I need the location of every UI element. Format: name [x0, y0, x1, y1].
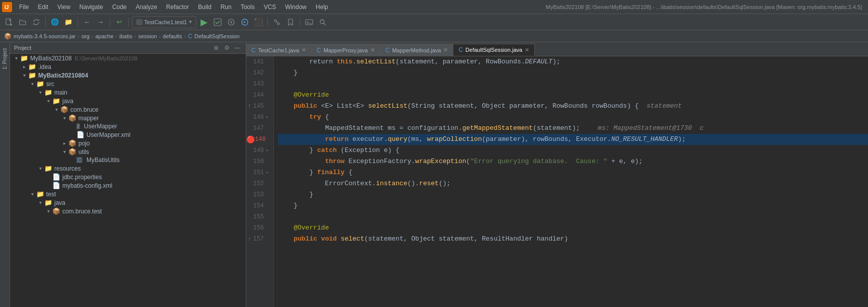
bc-session[interactable]: session: [138, 33, 157, 39]
bookmarks-btn[interactable]: [284, 16, 297, 28]
line-num-156: 156: [253, 224, 265, 232]
gutter-row-146: 146 ▾: [246, 112, 269, 123]
tree-item-com-bruce-test[interactable]: ▾ 📦 com.bruce.test: [10, 207, 246, 215]
menu-code[interactable]: Code: [108, 3, 131, 12]
menu-tools[interactable]: Tools: [237, 3, 259, 12]
tab-testcache1[interactable]: C TestCache1.java ✕: [246, 44, 312, 56]
toolbar-back-btn[interactable]: ←: [81, 16, 93, 28]
toolbar-undo-btn[interactable]: ↩: [113, 16, 125, 28]
code-line-153: }: [278, 189, 868, 200]
menu-help[interactable]: Help: [312, 3, 332, 12]
menu-file[interactable]: File: [15, 3, 33, 12]
tab-close-btn[interactable]: ✕: [370, 47, 375, 53]
expand-arrow: ▾: [60, 115, 68, 121]
bc-defaults[interactable]: defaults: [163, 33, 182, 39]
search-btn[interactable]: [317, 16, 329, 28]
profile-btn[interactable]: [225, 16, 237, 28]
bc-jar[interactable]: mybatis-3.4.5-sources.jar: [14, 33, 76, 39]
code-area[interactable]: 141 142 143: [246, 56, 868, 307]
tree-item-usermapper-xml[interactable]: ▸ 📄 UserMapper.xml: [10, 130, 246, 139]
menu-build[interactable]: Build: [194, 3, 216, 12]
terminal-btn[interactable]: [303, 16, 315, 28]
toolbar-browser-btn[interactable]: 🌐: [49, 16, 61, 28]
toolbar-folder-btn[interactable]: 📁: [62, 16, 74, 28]
toolbar-sep-2: [77, 18, 78, 27]
expand-arrow: ▾: [20, 72, 28, 78]
bc-class[interactable]: DefaultSqlSession: [195, 33, 240, 39]
tree-item-main[interactable]: ▾ 📁 main: [10, 88, 246, 97]
tab-mapperproxy[interactable]: C MapperProxy.java ✕: [312, 44, 380, 56]
tree-item-mapper[interactable]: ▾ 📦 mapper: [10, 114, 246, 122]
tree-item-usermapper[interactable]: ▸ I UserMapper: [10, 122, 246, 130]
panel-title: Project: [14, 45, 210, 51]
panel-scope-btn[interactable]: ⊕: [212, 44, 221, 51]
menu-view[interactable]: View: [53, 3, 74, 12]
tree-label: java: [62, 98, 73, 105]
toolbar-new-file-btn[interactable]: [3, 16, 15, 28]
menu-analyze[interactable]: Analyze: [132, 3, 161, 12]
svg-rect-5: [137, 20, 142, 25]
menu-window[interactable]: Window: [281, 3, 311, 12]
tab-label: MapperMethod.java: [392, 47, 441, 53]
run-btn[interactable]: ▶: [198, 16, 210, 28]
bc-org[interactable]: org: [81, 33, 89, 39]
bc-ibatis[interactable]: ibatis: [120, 33, 133, 39]
tree-item-mybatisutils[interactable]: ▸ C MyBatisUtils: [10, 156, 246, 164]
toolbar-sep-1: [45, 18, 46, 27]
resources-icon: 📁: [44, 165, 52, 172]
gutter-marker-157: ↑: [246, 237, 253, 242]
tree-item-resources[interactable]: ▾ 📁 resources: [10, 164, 246, 173]
tree-label: MyBatis202108: [30, 55, 72, 62]
java-root-icon: 📁: [44, 199, 52, 206]
svg-line-15: [324, 23, 326, 25]
tree-item-mybatis20210804[interactable]: ▾ 📁 MyBatis20210804: [10, 71, 246, 80]
gutter-row-145: ↑ 145: [246, 101, 269, 112]
menu-navigate[interactable]: Navigate: [75, 3, 107, 12]
tree-item-mybatis202108[interactable]: ▾ 📁 MyBatis202108 E:\Server\MyBatis20210…: [10, 54, 246, 62]
menu-run[interactable]: Run: [217, 3, 236, 12]
toolbar-sync-btn[interactable]: [30, 16, 42, 28]
tab-close-btn[interactable]: ✕: [302, 47, 306, 53]
editor-area: C TestCache1.java ✕ C MapperProxy.java ✕…: [246, 42, 868, 307]
tree-item-test[interactable]: ▾ 📁 test: [10, 190, 246, 198]
panel-collapse-btn[interactable]: —: [233, 44, 242, 51]
line-num-154: 154: [253, 202, 265, 209]
menu-refactor[interactable]: Refactor: [162, 3, 193, 12]
panel-gear-btn[interactable]: ⚙: [222, 44, 231, 51]
gutter-row-150: 150: [246, 156, 269, 167]
menu-edit[interactable]: Edit: [34, 3, 52, 12]
toolbar-open-btn[interactable]: [17, 16, 29, 28]
bc-apache[interactable]: apache: [95, 33, 114, 39]
tree-label: com.bruce.test: [62, 208, 102, 215]
gradle-btn[interactable]: [271, 16, 283, 28]
xml-icon: 📄: [52, 182, 60, 189]
tab-close-btn[interactable]: ✕: [525, 47, 529, 53]
tree-item-utils[interactable]: ▾ 📦 utils: [10, 147, 246, 156]
gutter-row-157: ↑ 157: [246, 234, 269, 245]
run-with-coverage-btn[interactable]: [239, 16, 251, 28]
tree-item-src[interactable]: ▾ 📁 src: [10, 80, 246, 88]
tree-item-com-bruce[interactable]: ▾ 📦 com.bruce: [10, 105, 246, 114]
tree-item-idea[interactable]: ▸ 📁 .idea: [10, 62, 246, 71]
tab-mappermethod[interactable]: C MapperMethod.java ✕: [380, 44, 454, 56]
expand-arrow: ▸: [20, 64, 28, 69]
tab-defaultsqlsession[interactable]: C DefaultSqlSession.java ✕: [453, 44, 535, 56]
run-config-selector[interactable]: TestCache1.test1 ▾: [132, 16, 197, 28]
menu-vcs[interactable]: VCS: [260, 3, 280, 12]
fold-151: ▾: [265, 170, 269, 176]
tree-item-mybatis-config[interactable]: ▸ 📄 mybatis-config.xml: [10, 181, 246, 190]
tree-item-pojo[interactable]: ▸ 📦 pojo: [10, 139, 246, 147]
stop-btn[interactable]: ⬛: [252, 16, 264, 28]
tree-item-java-main[interactable]: ▾ 📁 java: [10, 97, 246, 105]
code-content[interactable]: return this.selectList(statement, parame…: [274, 56, 868, 307]
project-side-tab[interactable]: 1: Project: [1, 44, 9, 73]
package-icon: 📦: [68, 114, 76, 122]
tree-item-java-test[interactable]: ▾ 📁 java: [10, 198, 246, 207]
tab-close-btn[interactable]: ✕: [443, 47, 448, 53]
tree-label: mybatis-config.xml: [62, 182, 112, 189]
tree-item-jdbc-props[interactable]: ▸ 📄 jdbc.properties: [10, 173, 246, 181]
expand-arrow: ▸: [60, 140, 68, 146]
gutter-row-154: 154: [246, 200, 269, 211]
coverage-btn[interactable]: [212, 16, 224, 28]
toolbar-fwd-btn[interactable]: →: [94, 16, 107, 28]
